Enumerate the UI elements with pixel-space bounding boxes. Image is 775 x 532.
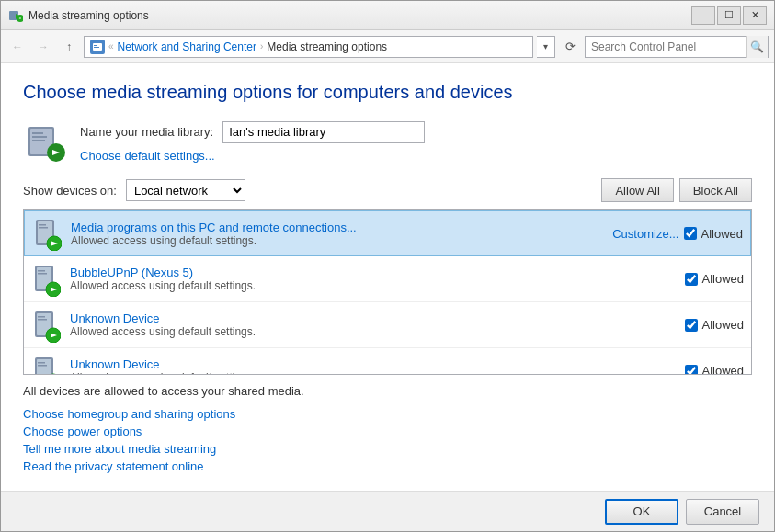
device-info: Media programs on this PC and remote con… bbox=[71, 221, 603, 247]
breadcrumb-separator: › bbox=[260, 41, 263, 51]
breadcrumb-current: Media streaming options bbox=[267, 40, 387, 53]
svg-rect-22 bbox=[38, 270, 45, 272]
footer-link-item[interactable]: Choose power options bbox=[23, 424, 752, 438]
window-controls: — ☐ ✕ bbox=[691, 6, 767, 25]
search-input[interactable] bbox=[586, 40, 746, 53]
address-path: « Network and Sharing Center › Media str… bbox=[84, 36, 533, 58]
svg-rect-35 bbox=[38, 365, 47, 367]
allowed-check[interactable] bbox=[685, 319, 698, 332]
footer-link-item[interactable]: Tell me more about media streaming bbox=[23, 442, 752, 456]
allowed-checkbox[interactable]: Allowed bbox=[685, 364, 744, 375]
svg-rect-17 bbox=[39, 227, 48, 229]
breadcrumb-arrows: « bbox=[108, 41, 114, 51]
footer-link-item[interactable]: Choose homegroup and sharing options bbox=[23, 407, 752, 421]
device-info: Unknown Device Allowed access using defa… bbox=[70, 311, 676, 338]
device-info: Unknown Device Allowed access using defa… bbox=[70, 357, 676, 375]
back-button[interactable]: ← bbox=[6, 36, 28, 58]
minimize-button[interactable]: — bbox=[691, 6, 715, 25]
device-row-right: Customize... Allowed bbox=[612, 227, 743, 241]
allowed-label: Allowed bbox=[701, 272, 744, 286]
allowed-check[interactable] bbox=[684, 227, 697, 240]
ok-button[interactable]: OK bbox=[605, 499, 678, 525]
allowed-checkbox[interactable]: Allowed bbox=[685, 272, 744, 286]
device-icon bbox=[31, 357, 61, 376]
device-row-right: Allowed bbox=[685, 318, 744, 332]
window-icon bbox=[8, 8, 23, 23]
device-icon bbox=[31, 265, 61, 294]
page-title: Choose media streaming options for compu… bbox=[23, 82, 752, 103]
table-row[interactable]: Media programs on this PC and remote con… bbox=[24, 210, 751, 256]
svg-rect-11 bbox=[32, 140, 45, 141]
up-button[interactable]: ↑ bbox=[58, 36, 80, 58]
device-name[interactable]: Unknown Device bbox=[70, 311, 676, 325]
device-row-right: Allowed bbox=[685, 364, 744, 375]
svg-rect-10 bbox=[32, 136, 47, 138]
svg-rect-9 bbox=[32, 132, 43, 134]
refresh-button[interactable]: ⟳ bbox=[559, 36, 581, 58]
table-row[interactable]: Unknown Device Allowed access using defa… bbox=[24, 302, 751, 348]
customize-link[interactable]: Customize... bbox=[612, 227, 678, 241]
device-status: Allowed access using default settings. bbox=[70, 325, 676, 338]
action-buttons: Allow All Block All bbox=[601, 178, 752, 202]
library-name-input[interactable] bbox=[222, 121, 425, 143]
allowed-label: Allowed bbox=[701, 318, 744, 332]
title-bar: Media streaming options — ☐ ✕ bbox=[1, 1, 774, 30]
device-name[interactable]: Unknown Device bbox=[70, 357, 676, 371]
cancel-button[interactable]: Cancel bbox=[686, 499, 759, 525]
library-icon bbox=[23, 119, 67, 164]
table-row[interactable]: BubbleUPnP (Nexus 5) Allowed access usin… bbox=[24, 256, 751, 302]
device-icon bbox=[32, 219, 62, 248]
search-icon[interactable]: 🔍 bbox=[746, 36, 768, 58]
allow-all-button[interactable]: Allow All bbox=[601, 178, 673, 202]
address-bar: ← → ↑ « Network and Sharing Center › Med… bbox=[1, 30, 774, 63]
table-row[interactable]: Unknown Device Allowed access using defa… bbox=[24, 348, 751, 375]
footer-notice: All devices are allowed to access your s… bbox=[23, 384, 752, 398]
content-area: Choose media streaming options for compu… bbox=[1, 63, 774, 491]
device-name[interactable]: Media programs on this PC and remote con… bbox=[71, 221, 603, 234]
svg-rect-5 bbox=[94, 45, 97, 46]
allowed-checkbox[interactable]: Allowed bbox=[684, 227, 743, 241]
default-settings-link[interactable]: Choose default settings... bbox=[80, 149, 425, 163]
svg-rect-23 bbox=[38, 273, 47, 275]
allowed-checkbox[interactable]: Allowed bbox=[685, 318, 744, 332]
library-name-row: Name your media library: bbox=[80, 121, 425, 143]
allowed-label: Allowed bbox=[701, 227, 743, 241]
search-box: 🔍 bbox=[585, 36, 769, 58]
allowed-check[interactable] bbox=[685, 273, 698, 286]
network-dropdown[interactable]: Local network bbox=[126, 179, 245, 201]
device-name[interactable]: BubbleUPnP (Nexus 5) bbox=[70, 266, 676, 279]
svg-rect-16 bbox=[39, 224, 46, 226]
close-button[interactable]: ✕ bbox=[743, 6, 767, 25]
address-dropdown-button[interactable]: ▾ bbox=[537, 36, 555, 58]
svg-rect-33 bbox=[37, 359, 51, 376]
forward-button[interactable]: → bbox=[32, 36, 54, 58]
show-devices-row: Show devices on: Local network Allow All… bbox=[23, 178, 752, 202]
device-row-right: Allowed bbox=[685, 272, 744, 286]
main-window: Media streaming options — ☐ ✕ ← → ↑ « Ne… bbox=[0, 0, 775, 532]
library-section: Name your media library: Choose default … bbox=[23, 119, 752, 164]
breadcrumb-icon bbox=[90, 40, 105, 54]
maximize-button[interactable]: ☐ bbox=[717, 6, 741, 25]
window-title: Media streaming options bbox=[28, 9, 691, 22]
breadcrumb-network-sharing[interactable]: Network and Sharing Center bbox=[118, 40, 256, 53]
device-icon bbox=[31, 311, 61, 340]
svg-rect-28 bbox=[38, 316, 45, 318]
device-info: BubbleUPnP (Nexus 5) Allowed access usin… bbox=[70, 266, 676, 292]
library-fields: Name your media library: Choose default … bbox=[80, 121, 425, 163]
device-status: Allowed access using default settings. bbox=[70, 371, 676, 375]
library-name-label: Name your media library: bbox=[80, 125, 213, 139]
svg-rect-34 bbox=[38, 362, 45, 364]
show-devices-label: Show devices on: bbox=[23, 184, 117, 198]
allowed-label: Allowed bbox=[701, 364, 744, 375]
device-status: Allowed access using default settings. bbox=[70, 279, 676, 292]
device-status: Allowed access using default settings. bbox=[71, 234, 603, 247]
footer-link-item[interactable]: Read the privacy statement online bbox=[23, 459, 752, 473]
svg-rect-29 bbox=[38, 319, 47, 321]
bottom-bar: OK Cancel bbox=[1, 491, 774, 531]
device-list: Media programs on this PC and remote con… bbox=[23, 209, 752, 375]
footer-links: Choose homegroup and sharing optionsChoo… bbox=[23, 407, 752, 473]
allowed-check[interactable] bbox=[685, 365, 698, 376]
svg-rect-6 bbox=[94, 47, 99, 48]
block-all-button[interactable]: Block All bbox=[679, 178, 752, 202]
